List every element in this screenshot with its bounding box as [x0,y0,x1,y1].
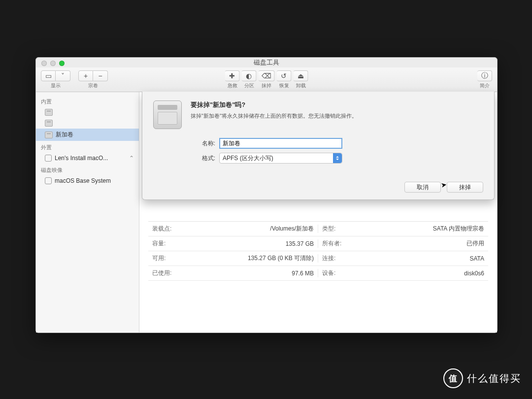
sidebar-item-label: Len's Install macO... [55,155,108,162]
erase-confirm-button[interactable]: 抹掉 [447,182,483,193]
dialog-title: 要抹掉"新加卷"吗? [191,100,483,109]
view-label: 显示 [51,82,61,89]
volume-add-button[interactable]: + [78,70,93,81]
window-title: 磁盘工具 [36,58,497,67]
sidebar-item-label: 新加卷 [56,131,73,139]
watermark-text: 什么值得买 [467,372,521,385]
table-row: 装载点:/Volumes/新加卷 类型:SATA 内置物理宗卷 [148,222,488,236]
main-pane: 135.37 GB 装载点:/Volumes/新加卷 类型:SATA 内置物理宗… [139,92,497,332]
mount-label: 装载点: [148,225,178,233]
toolbar: ▭ ˅ 显示 + − 宗卷 ✚急救 ◐分区 ⌫抹掉 ↺恢复 ⏏卸载 ⓘ 简介 [36,67,497,92]
sidebar: 内置 新加卷 外置 Len's Install macO...⌃ 磁盘映像 ma… [36,92,139,332]
titlebar: 磁盘工具 [36,58,497,67]
info-button[interactable]: ⓘ [477,70,492,81]
unmount-button[interactable]: ⏏ [294,70,308,81]
info-label: 简介 [480,82,490,89]
erase-dialog: 要抹掉"新加卷"吗? 抹掉"新加卷"将永久抹掉储存在上面的所有数据。您无法撤销此… [142,92,495,200]
sidebar-item-selected[interactable]: 新加卷 [36,129,139,141]
volume-icon [45,177,52,184]
window-body: 内置 新加卷 外置 Len's Install macO...⌃ 磁盘映像 ma… [36,92,497,332]
unmount-label: 卸载 [296,82,306,89]
mount-value: /Volumes/新加卷 [178,225,318,233]
used-value: 97.6 MB [178,269,318,277]
sidebar-head-images: 磁盘映像 [36,164,139,175]
sidebar-item-disk2[interactable] [36,118,139,129]
cancel-button[interactable]: 取消 [404,182,441,193]
table-row: 已使用:97.6 MB 设备:disk0s6 [148,266,488,281]
disk-icon [45,109,53,116]
cursor-icon: ➤ [440,180,448,189]
volume-remove-button[interactable]: − [93,70,108,81]
format-label: 格式: [191,154,215,163]
sidebar-item-external[interactable]: Len's Install macO...⌃ [36,153,139,164]
firstaid-label: 急救 [228,82,237,89]
watermark: 值 什么值得买 [443,368,521,388]
avail-label: 可用: [148,254,178,263]
restore-button[interactable]: ↺ [277,70,292,81]
sidebar-item-label: macOS Base System [55,177,111,184]
conn-value: SATA [348,254,488,263]
dialog-message: 抹掉"新加卷"将永久抹掉储存在上面的所有数据。您无法撤销此操作。 [191,112,483,120]
table-row: 容量:135.37 GB 所有者:已停用 [148,236,488,251]
sidebar-head-internal: 内置 [36,95,139,107]
chevron-icon: ⌃ [129,155,134,162]
format-select[interactable]: APFS (区分大小写) [219,153,342,164]
sidebar-item-image[interactable]: macOS Base System [36,175,139,186]
sidebar-item-disk1[interactable] [36,107,139,118]
table-row: 可用:135.27 GB (0 KB 可清除) 连接:SATA [148,251,488,266]
view-dropdown-button[interactable]: ˅ [56,70,70,81]
type-label: 类型: [318,225,348,233]
name-label: 名称: [191,139,215,148]
owner-label: 所有者: [318,239,348,248]
capacity-value: 135.37 GB [178,239,318,248]
restore-label: 恢复 [279,82,289,89]
drive-icon [153,100,182,129]
tb-volume-group: + − 宗卷 [78,70,108,89]
partition-label: 分区 [244,82,254,89]
tb-view-group: ▭ ˅ 显示 [41,70,70,89]
name-input[interactable] [219,138,342,149]
info-table: 装载点:/Volumes/新加卷 类型:SATA 内置物理宗卷 容量:135.3… [148,221,488,281]
used-label: 已使用: [148,269,178,277]
owner-value: 已停用 [348,239,488,248]
conn-label: 连接: [318,254,348,263]
disk-icon [45,132,53,138]
volume-icon [45,155,52,162]
firstaid-button[interactable]: ✚ [225,70,240,81]
toolbar-center: ✚急救 ◐分区 ⌫抹掉 ↺恢复 ⏏卸载 [224,70,309,89]
tb-info-group: ⓘ 简介 [477,70,492,89]
chevron-updown-icon [333,153,342,163]
erase-label: 抹掉 [262,82,271,89]
device-value: disk0s6 [348,269,488,277]
partition-button[interactable]: ◐ [242,70,257,81]
disk-icon [45,120,53,127]
device-label: 设备: [318,269,348,277]
watermark-badge: 值 [443,368,463,388]
sidebar-head-external: 外置 [36,141,139,153]
capacity-label: 容量: [148,239,178,248]
format-value: APFS (区分大小写) [223,154,273,163]
view-button[interactable]: ▭ [41,70,56,81]
avail-value: 135.27 GB (0 KB 可清除) [178,254,318,263]
disk-utility-window: 磁盘工具 ▭ ˅ 显示 + − 宗卷 ✚急救 ◐分区 ⌫抹掉 ↺恢复 ⏏卸载 ⓘ [35,57,498,333]
type-value: SATA 内置物理宗卷 [348,225,488,233]
erase-button[interactable]: ⌫ [259,70,275,81]
volume-label: 宗卷 [88,82,98,89]
